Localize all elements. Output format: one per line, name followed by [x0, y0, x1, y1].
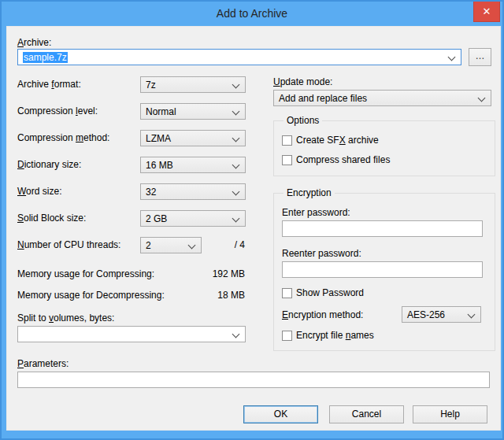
encrypt-names-checkbox[interactable]	[282, 331, 292, 341]
split-volumes-combobox[interactable]	[17, 326, 246, 342]
compression-method-label: Compression method:	[17, 132, 109, 144]
compression-level-value: Normal	[146, 106, 176, 117]
browse-button[interactable]: …	[469, 48, 491, 66]
dialog-content: Archive: sample.7z … Archive format: 7z …	[6, 26, 501, 431]
chevron-down-icon	[232, 161, 240, 169]
compression-method-select[interactable]: LZMA	[140, 130, 246, 146]
selected-text: sample.7z	[23, 52, 68, 63]
show-password-label[interactable]: Show Password	[296, 287, 364, 299]
update-mode-value: Add and replace files	[279, 93, 367, 104]
update-mode-select[interactable]: Add and replace files	[273, 90, 491, 106]
compression-level-select[interactable]: Normal	[140, 103, 246, 120]
enter-password-input[interactable]	[282, 220, 483, 237]
dictionary-size-value: 16 MB	[146, 160, 173, 171]
chevron-down-icon	[232, 135, 240, 142]
archive-format-label: Archive format:	[17, 79, 81, 91]
archive-name-combobox[interactable]: sample.7z	[17, 49, 461, 65]
encryption-method-label: Encryption method:	[282, 309, 363, 321]
ok-button[interactable]: OK	[243, 405, 318, 423]
word-size-value: 32	[146, 187, 156, 198]
archive-format-select[interactable]: 7z	[140, 76, 246, 93]
word-size-select[interactable]: 32	[140, 183, 246, 200]
reenter-password-label: Reenter password:	[282, 248, 361, 260]
close-button[interactable]: ✕	[473, 1, 500, 22]
archive-name-value: sample.7z	[23, 52, 68, 63]
compression-level-label: Compression level:	[17, 105, 98, 117]
chevron-down-icon	[448, 54, 456, 61]
encrypt-names-label[interactable]: Encrypt file names	[296, 330, 374, 342]
split-volumes-label: Split to volumes, bytes:	[17, 312, 114, 324]
add-to-archive-dialog: Add to Archive ✕ Archive: sample.7z … Ar…	[0, 0, 504, 440]
dictionary-size-select[interactable]: 16 MB	[140, 157, 246, 173]
encryption-method-value: AES-256	[407, 309, 445, 320]
memory-compress-label: Memory usage for Compressing:	[17, 268, 154, 280]
window-title: Add to Archive	[2, 2, 502, 26]
options-group-title: Options	[284, 115, 322, 127]
enter-password-label: Enter password:	[282, 207, 350, 219]
compression-method-value: LZMA	[146, 133, 171, 144]
chevron-down-icon	[232, 108, 240, 116]
solid-block-size-select[interactable]: 2 GB	[140, 210, 246, 227]
chevron-down-icon	[232, 188, 240, 196]
solid-block-size-label: Solid Block size:	[17, 213, 86, 224]
archive-format-value: 7z	[146, 79, 156, 91]
chevron-down-icon	[232, 331, 240, 338]
encryption-group-title: Encryption	[284, 187, 335, 199]
chevron-down-icon	[468, 311, 476, 319]
memory-decompress-value: 18 MB	[182, 290, 245, 301]
dictionary-size-label: Dictionary size:	[17, 159, 81, 171]
reenter-password-input[interactable]	[282, 261, 483, 278]
parameters-label: Parameters:	[17, 358, 69, 370]
archive-label: Archive:	[17, 37, 51, 49]
chevron-down-icon	[232, 81, 240, 89]
close-icon: ✕	[483, 6, 491, 17]
options-groupbox: Options Create SFX archive Compress shar…	[273, 120, 495, 176]
create-sfx-label[interactable]: Create SFX archive	[296, 135, 379, 146]
chevron-down-icon	[478, 94, 486, 102]
create-sfx-checkbox[interactable]	[282, 135, 292, 146]
cpu-threads-max: / 4	[188, 239, 245, 251]
memory-decompress-label: Memory usage for Decompressing:	[17, 290, 165, 301]
chevron-down-icon	[232, 215, 240, 223]
update-mode-label: Update mode:	[273, 76, 332, 88]
cancel-button[interactable]: Cancel	[329, 405, 404, 423]
encryption-groupbox: Encryption Enter password: Reenter passw…	[273, 193, 495, 351]
parameters-input[interactable]	[17, 372, 490, 388]
compress-shared-label[interactable]: Compress shared files	[296, 154, 390, 166]
show-password-checkbox[interactable]	[282, 288, 292, 298]
word-size-label: Word size:	[17, 186, 61, 198]
cpu-threads-value: 2	[146, 240, 151, 251]
compress-shared-checkbox[interactable]	[282, 155, 292, 165]
encryption-method-select[interactable]: AES-256	[402, 306, 481, 323]
cpu-threads-label: Number of CPU threads:	[17, 239, 120, 251]
titlebar[interactable]: Add to Archive ✕	[2, 2, 502, 26]
memory-compress-value: 192 MB	[182, 268, 245, 280]
solid-block-size-value: 2 GB	[146, 213, 167, 224]
help-button[interactable]: Help	[413, 405, 487, 423]
